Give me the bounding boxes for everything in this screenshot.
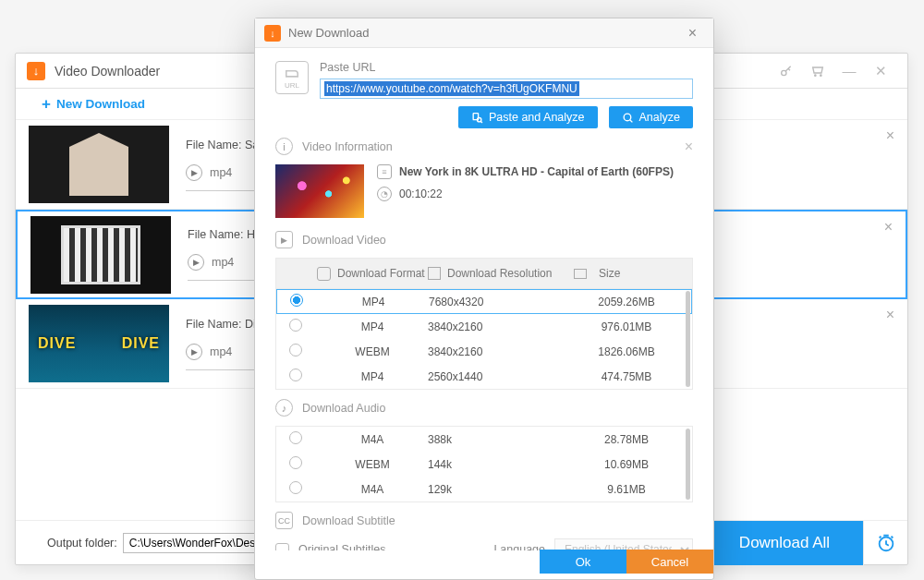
- video-information-header: Video Information: [302, 140, 393, 153]
- url-icon: URL: [275, 61, 309, 94]
- svg-point-0: [782, 70, 786, 75]
- remove-item-button[interactable]: ×: [886, 307, 894, 323]
- download-all-button[interactable]: Download All: [706, 521, 863, 565]
- audio-format-list: M4A 388k 28.78MB WEBM 144k 10.69MB M4A 1…: [275, 426, 693, 502]
- format-row[interactable]: WEBM 144k 10.69MB: [276, 452, 692, 477]
- clock-icon: ◔: [377, 187, 392, 201]
- radio-icon[interactable]: [289, 344, 302, 356]
- format-row[interactable]: M4A 129k 9.61MB: [276, 477, 692, 501]
- dialog-close-button[interactable]: ×: [681, 21, 704, 45]
- radio-icon[interactable]: [289, 431, 302, 444]
- remove-item-button[interactable]: ×: [886, 127, 894, 144]
- radio-icon[interactable]: [289, 319, 302, 332]
- new-download-button[interactable]: + New Download: [42, 95, 145, 114]
- format-icon: ▶: [186, 344, 202, 360]
- paste-search-icon: [471, 112, 483, 124]
- key-icon[interactable]: [771, 56, 802, 86]
- document-icon: ≡: [377, 164, 392, 179]
- video-format-list: MP4 7680x4320 2059.26MB MP4 3840x2160 97…: [275, 289, 693, 390]
- paste-analyze-button[interactable]: Paste and Analyze: [458, 106, 598, 128]
- cancel-button[interactable]: Cancel: [626, 550, 713, 574]
- video-info-block: ≡ New York in 8K ULTRA HD - Capital of E…: [275, 164, 693, 218]
- format-row[interactable]: M4A 388k 28.78MB: [276, 427, 692, 452]
- format-row[interactable]: WEBM 3840x2160 1826.06MB: [276, 339, 692, 364]
- radio-icon[interactable]: [289, 369, 302, 381]
- search-icon: [622, 112, 634, 124]
- ok-button[interactable]: Ok: [540, 550, 626, 574]
- resolution-col-icon: [428, 267, 441, 280]
- dialog-logo-icon: ↓: [264, 25, 281, 42]
- section-close-button[interactable]: ×: [685, 139, 693, 155]
- svg-point-3: [477, 117, 480, 121]
- schedule-button[interactable]: [863, 521, 907, 565]
- scrollbar[interactable]: [686, 429, 690, 500]
- radio-selected-icon[interactable]: [290, 294, 303, 307]
- thumbnail: [30, 216, 171, 294]
- format-icon: ▶: [188, 254, 204, 271]
- download-audio-header: Download Audio: [302, 402, 385, 415]
- info-icon: i: [275, 138, 293, 155]
- paste-url-label: Paste URL: [320, 61, 693, 74]
- size-col-icon: [574, 269, 587, 279]
- remove-item-button[interactable]: ×: [884, 219, 893, 236]
- svg-point-4: [624, 114, 631, 121]
- close-button[interactable]: ✕: [865, 56, 896, 86]
- radio-icon[interactable]: [289, 481, 302, 494]
- format-row[interactable]: MP4 2560x1440 474.75MB: [276, 364, 692, 389]
- thumbnail: DIVEDIVE: [29, 305, 169, 382]
- cc-icon: CC: [275, 512, 293, 529]
- scrollbar[interactable]: [686, 291, 690, 387]
- dialog-titlebar: ↓ New Download ×: [255, 18, 713, 48]
- output-folder-label: Output folder:: [47, 537, 117, 550]
- new-download-label: New Download: [56, 97, 145, 111]
- audio-icon: ♪: [275, 399, 293, 417]
- dialog-footer: Ok Cancel: [255, 550, 713, 579]
- radio-icon[interactable]: [289, 456, 302, 469]
- app-logo-icon: ↓: [27, 62, 45, 80]
- url-input[interactable]: https://www.youtube.com/watch?v=h3fUgOKF…: [320, 79, 693, 99]
- dialog-title: New Download: [288, 26, 369, 40]
- analyze-button[interactable]: Analyze: [609, 106, 693, 128]
- minimize-button[interactable]: —: [833, 56, 865, 86]
- format-row[interactable]: MP4 7680x4320 2059.26MB: [276, 289, 692, 314]
- video-duration: 00:10:22: [399, 187, 443, 200]
- new-download-dialog: ↓ New Download × URL Paste URL https://w…: [254, 18, 714, 580]
- video-format-header: Download Format Download Resolution Size: [275, 258, 693, 289]
- app-title: Video Downloader: [55, 64, 160, 79]
- format-col-icon: [317, 267, 331, 281]
- format-icon: ▶: [186, 164, 202, 181]
- download-video-header: Download Video: [302, 234, 386, 247]
- thumbnail: [29, 126, 169, 203]
- video-thumbnail: [275, 164, 364, 218]
- download-subtitle-header: Download Subtitle: [302, 514, 395, 527]
- format-row[interactable]: MP4 3840x2160 976.01MB: [276, 314, 692, 339]
- plus-icon: +: [42, 95, 51, 114]
- cart-icon[interactable]: [802, 56, 833, 86]
- video-title: New York in 8K ULTRA HD - Capital of Ear…: [399, 165, 674, 178]
- video-icon: ▶: [275, 231, 293, 248]
